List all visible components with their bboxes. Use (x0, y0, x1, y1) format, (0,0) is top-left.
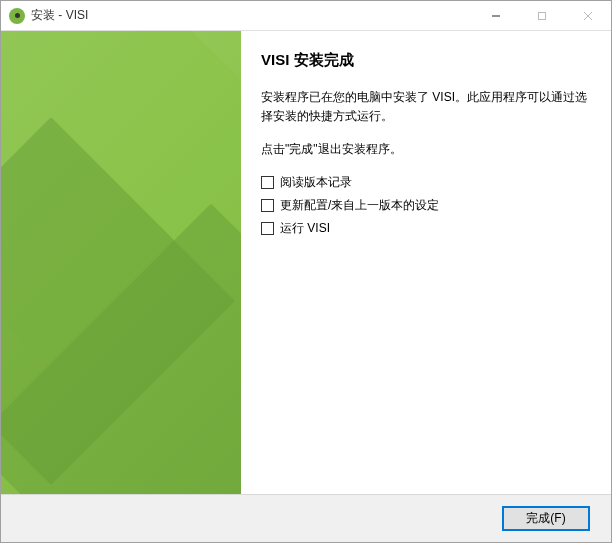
page-heading: VISI 安装完成 (261, 51, 587, 70)
main-panel: VISI 安装完成 安装程序已在您的电脑中安装了 VISI。此应用程序可以通过选… (241, 31, 611, 494)
window-controls (473, 1, 611, 30)
maximize-button (519, 1, 565, 30)
installer-window: 安装 - VISI VISI 安装完成 安装程序已在您的电脑中安装了 VISI。… (0, 0, 612, 543)
titlebar: 安装 - VISI (1, 1, 611, 31)
checkbox-icon (261, 176, 274, 189)
close-button (565, 1, 611, 30)
checkbox-icon (261, 222, 274, 235)
option-run-visi[interactable]: 运行 VISI (261, 220, 587, 237)
svg-rect-1 (539, 12, 546, 19)
footer-bar: 完成(F) (1, 494, 611, 542)
app-icon (9, 8, 25, 24)
finish-button[interactable]: 完成(F) (503, 507, 589, 530)
description-text-1: 安装程序已在您的电脑中安装了 VISI。此应用程序可以通过选择安装的快捷方式运行… (261, 88, 587, 126)
option-update-config[interactable]: 更新配置/来自上一版本的设定 (261, 197, 587, 214)
option-read-release-notes[interactable]: 阅读版本记录 (261, 174, 587, 191)
checkbox-label: 更新配置/来自上一版本的设定 (280, 197, 439, 214)
content-area: VISI 安装完成 安装程序已在您的电脑中安装了 VISI。此应用程序可以通过选… (1, 31, 611, 494)
minimize-button[interactable] (473, 1, 519, 30)
description-text-2: 点击"完成"退出安装程序。 (261, 140, 587, 159)
checkbox-label: 运行 VISI (280, 220, 330, 237)
checkbox-icon (261, 199, 274, 212)
checkbox-label: 阅读版本记录 (280, 174, 352, 191)
wizard-sidebar-image (1, 31, 241, 494)
window-title: 安装 - VISI (31, 7, 473, 24)
options-list: 阅读版本记录 更新配置/来自上一版本的设定 运行 VISI (261, 174, 587, 237)
